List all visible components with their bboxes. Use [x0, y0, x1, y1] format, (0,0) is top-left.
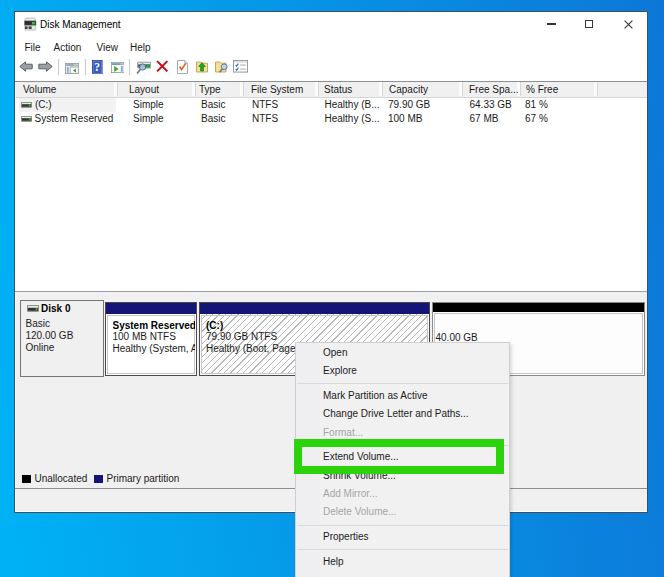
svg-text:?: ? — [94, 61, 100, 73]
